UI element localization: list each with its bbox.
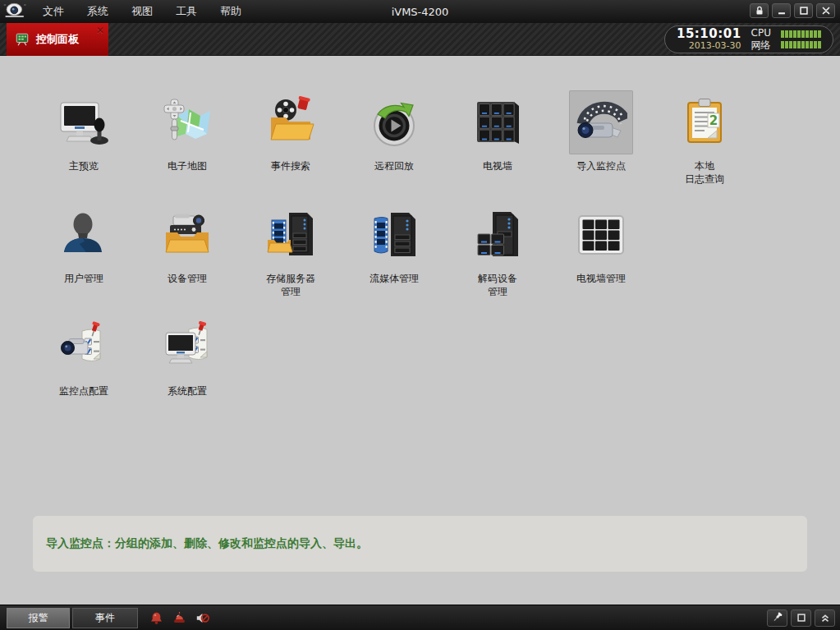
alarm-bell-icon[interactable] — [149, 611, 163, 625]
user-management-icon — [52, 203, 116, 267]
launcher-import-camera[interactable]: 导入监控点 — [549, 90, 653, 186]
titlebar: 文件系统视图工具帮助 iVMS-4200 — [0, 0, 840, 23]
launcher-main-preview[interactable]: 主预览 — [32, 90, 135, 186]
launcher-label: 解码设备管理 — [478, 272, 517, 298]
control-panel-icon — [15, 32, 30, 47]
alarm-tab-button[interactable]: 报警 — [7, 608, 70, 628]
restore-button[interactable] — [791, 609, 811, 627]
lock-icon — [754, 5, 765, 16]
launcher-camera-configuration[interactable]: 监控点配置 — [32, 315, 135, 398]
launcher-decoding-device-management[interactable]: 解码设备管理 — [446, 203, 549, 298]
launcher-storage-server-management[interactable]: 存储服务器管理 — [239, 203, 342, 298]
launcher-event-search[interactable]: 事件搜索 — [239, 90, 342, 186]
tabbar: 控制面板 ✕ 15:10:01 2013-03-30 CPU 网络 — [0, 23, 840, 56]
menubar: 文件系统视图工具帮助 — [31, 0, 253, 23]
network-usage-bar — [781, 41, 821, 48]
maximize-icon — [798, 5, 810, 16]
clock-date: 2013-03-30 — [677, 40, 741, 51]
restore-icon — [796, 612, 807, 623]
launcher-tv-wall-management[interactable]: 电视墙管理 — [549, 203, 653, 298]
launcher-local-log[interactable]: 2本地日志查询 — [653, 90, 756, 186]
launcher-label: 用户管理 — [64, 272, 103, 285]
menu-item-tools[interactable]: 工具 — [164, 0, 209, 23]
menu-item-system[interactable]: 系统 — [76, 0, 120, 23]
window-controls — [750, 3, 835, 18]
app-logo-camera-icon — [0, 0, 31, 23]
launcher-label: 存储服务器管理 — [266, 272, 315, 298]
main-preview-icon — [52, 90, 116, 154]
status-panel: 15:10:01 2013-03-30 CPU 网络 — [664, 25, 833, 53]
launcher-remote-playback[interactable]: 远程回放 — [342, 90, 446, 186]
tab-close-icon[interactable]: ✕ — [96, 25, 104, 36]
mute-speaker-icon[interactable] — [195, 611, 209, 625]
local-log-icon: 2 — [672, 90, 737, 154]
cpu-label: CPU — [751, 28, 771, 39]
tv-wall-icon — [466, 90, 530, 154]
launcher-e-map[interactable]: 电子地图 — [135, 90, 239, 186]
description-panel: 导入监控点：分组的添加、删除、修改和监控点的导入、导出。 — [33, 516, 807, 572]
launcher-label: 远程回放 — [374, 159, 414, 172]
tab-control-panel[interactable]: 控制面板 ✕ — [7, 23, 108, 56]
description-text: 导入监控点：分组的添加、删除、修改和监控点的导入、导出。 — [46, 536, 368, 551]
network-label: 网络 — [751, 40, 771, 51]
collapse-up-icon — [819, 612, 831, 623]
camera-configuration-icon — [52, 315, 116, 379]
device-management-icon — [155, 203, 219, 267]
system-configuration-icon — [155, 315, 219, 379]
launcher-label: 电视墙 — [483, 159, 512, 172]
maximize-button[interactable] — [794, 3, 813, 18]
launcher-label: 主预览 — [69, 159, 99, 172]
pin-icon — [772, 612, 783, 623]
launcher-user-management[interactable]: 用户管理 — [32, 203, 135, 298]
control-panel-main: 主预览电子地图事件搜索远程回放电视墙导入监控点2本地日志查询用户管理设备管理存储… — [0, 56, 840, 605]
import-camera-icon — [569, 90, 633, 154]
decoding-device-management-icon — [466, 203, 530, 267]
menu-item-file[interactable]: 文件 — [31, 0, 76, 23]
stream-media-management-icon — [362, 203, 426, 267]
siren-icon[interactable] — [172, 611, 186, 625]
launcher-system-configuration[interactable]: 系统配置 — [135, 315, 239, 398]
minimize-button[interactable] — [772, 3, 791, 18]
tab-label: 控制面板 — [36, 32, 79, 47]
menu-item-help[interactable]: 帮助 — [209, 0, 253, 23]
close-icon — [820, 5, 832, 16]
menu-item-view[interactable]: 视图 — [120, 0, 164, 23]
event-tab-button[interactable]: 事件 — [72, 608, 138, 628]
launcher-device-management[interactable]: 设备管理 — [135, 203, 239, 298]
launcher-label: 导入监控点 — [576, 159, 626, 172]
launcher-label: 设备管理 — [168, 272, 207, 285]
pin-button[interactable] — [767, 609, 787, 627]
launcher-grid: 主预览电子地图事件搜索远程回放电视墙导入监控点2本地日志查询用户管理设备管理存储… — [0, 56, 840, 398]
event-search-icon — [259, 90, 323, 154]
launcher-stream-media-management[interactable]: 流媒体管理 — [342, 203, 446, 298]
statusbar-right-controls — [767, 609, 835, 627]
close-button[interactable] — [816, 3, 835, 18]
svg-text:2: 2 — [709, 113, 718, 128]
minimize-icon — [776, 5, 787, 16]
alert-icons — [149, 611, 209, 625]
collapse-up-button[interactable] — [815, 609, 835, 627]
launcher-label: 电视墙管理 — [576, 272, 626, 285]
e-map-icon — [155, 90, 219, 154]
lock-button[interactable] — [750, 3, 769, 18]
tv-wall-management-icon — [569, 203, 633, 267]
clock-time: 15:10:01 — [677, 28, 741, 40]
launcher-label: 电子地图 — [168, 159, 207, 172]
storage-server-management-icon — [259, 203, 323, 267]
cpu-usage-bar — [781, 30, 821, 38]
statusbar: 报警 事件 — [0, 605, 840, 630]
remote-playback-icon — [362, 90, 426, 154]
launcher-tv-wall[interactable]: 电视墙 — [446, 90, 549, 186]
launcher-label: 流媒体管理 — [370, 272, 419, 285]
launcher-label: 系统配置 — [168, 384, 207, 398]
launcher-label: 本地日志查询 — [685, 159, 724, 186]
launcher-label: 事件搜索 — [271, 159, 310, 172]
launcher-label: 监控点配置 — [59, 384, 108, 398]
